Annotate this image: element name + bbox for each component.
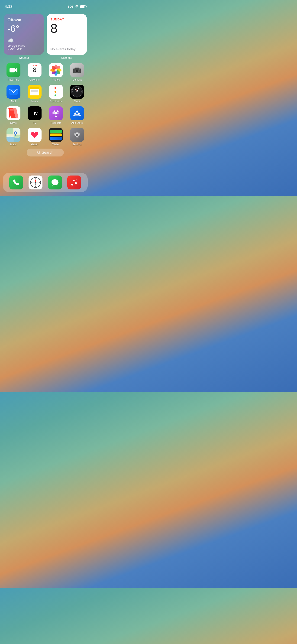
svg-point-16: [79, 70, 80, 70]
app-grid-row2: Mail Notes: [0, 83, 90, 104]
dock-app-safari[interactable]: N S E W: [28, 176, 42, 190]
svg-point-0: [77, 8, 77, 8]
app-news[interactable]: News: [4, 106, 23, 124]
svg-text:3: 3: [81, 91, 82, 93]
svg-text:S: S: [35, 186, 36, 187]
weather-condition: Mostly Cloudy: [7, 44, 40, 48]
svg-rect-18: [9, 89, 18, 95]
app-tv[interactable]:  tv TV: [25, 106, 44, 124]
app-camera-label: Camera: [73, 78, 82, 81]
weather-city: Ottawa: [7, 18, 40, 22]
app-maps[interactable]: Maps: [4, 128, 23, 146]
app-appstore[interactable]: App Store: [67, 106, 87, 124]
app-facetime[interactable]: FaceTime: [4, 63, 23, 81]
weather-widget[interactable]: Ottawa -6° ☁️ Mostly Cloudy H:-5° L:-13°…: [4, 14, 44, 60]
app-camera[interactable]: Camera: [67, 63, 87, 81]
app-grid-row1: FaceTime SUN 8 Calendar Pho: [0, 61, 90, 83]
app-news-label: News: [10, 122, 17, 124]
battery-icon: [80, 5, 86, 8]
svg-text:11: 11: [73, 87, 74, 88]
svg-rect-1: [9, 68, 15, 72]
svg-text:9: 9: [72, 91, 73, 93]
search-icon: [37, 151, 40, 154]
app-grid-row4: Maps Health Wallet Settings: [0, 126, 90, 148]
dock-app-messages[interactable]: [48, 176, 62, 190]
app-maps-label: Maps: [10, 143, 16, 146]
dock: N S E W: [3, 173, 88, 192]
app-notes[interactable]: Notes: [25, 85, 44, 102]
calendar-day-label: SUNDAY: [50, 18, 83, 21]
weather-hl: H:-5° L:-13°: [7, 48, 40, 51]
widgets-row: Ottawa -6° ☁️ Mostly Cloudy H:-5° L:-13°…: [0, 10, 90, 61]
status-right: SOS: [68, 5, 86, 8]
calendar-app-date: 8: [33, 67, 36, 73]
dock-app-phone[interactable]: [9, 176, 23, 190]
app-photos-label: Photos: [52, 78, 60, 81]
app-health-label: Health: [31, 143, 38, 146]
calendar-date: 8: [50, 21, 83, 36]
app-appstore-label: App Store: [71, 122, 83, 124]
svg-rect-49: [6, 128, 13, 134]
svg-point-54: [76, 134, 78, 136]
app-calendar[interactable]: SUN 8 Calendar: [25, 63, 44, 81]
app-settings-label: Settings: [72, 143, 82, 146]
app-grid-row3: News  tv TV Podcasts: [0, 104, 90, 126]
app-wallet-label: Wallet: [52, 143, 59, 146]
app-mail-label: Mail: [11, 100, 16, 102]
weather-temp: -6°: [7, 24, 40, 34]
svg-marker-2: [15, 68, 17, 72]
app-clock[interactable]: 12 3 6 9 1 2 4 5 7 8 10 11 Clock: [67, 85, 87, 102]
app-photos[interactable]: Photos: [46, 63, 66, 81]
svg-text:12: 12: [76, 86, 78, 88]
app-reminders[interactable]: Reminders: [46, 85, 66, 102]
search-bar[interactable]: Search: [27, 148, 64, 156]
wifi-icon: [75, 5, 79, 8]
svg-point-12: [54, 69, 57, 72]
app-podcasts[interactable]: Podcasts: [46, 106, 66, 124]
app-mail[interactable]: Mail: [4, 85, 23, 102]
svg-point-67: [35, 182, 36, 183]
calendar-widget-label: Calendar: [47, 56, 87, 60]
app-health[interactable]: Health: [25, 128, 44, 146]
app-facetime-label: FaceTime: [8, 78, 19, 81]
calendar-widget[interactable]: SUNDAY 8 No events today Calendar: [47, 14, 87, 60]
app-reminders-label: Reminders: [50, 100, 62, 102]
svg-point-17: [77, 70, 77, 70]
svg-text:E: E: [39, 182, 40, 184]
app-tv-label: TV: [33, 122, 36, 124]
app-podcasts-label: Podcasts: [51, 122, 61, 124]
svg-point-43: [77, 91, 77, 92]
svg-text:10: 10: [71, 89, 73, 90]
app-settings[interactable]: Settings: [67, 128, 87, 146]
weather-widget-label: Weather: [4, 56, 44, 60]
status-bar: 4:18 SOS: [0, 0, 90, 10]
sos-indicator: SOS: [68, 5, 73, 8]
app-notes-label: Notes: [31, 100, 38, 102]
app-clock-label: Clock: [74, 100, 80, 102]
svg-point-52: [15, 132, 16, 134]
svg-text:W: W: [31, 182, 32, 184]
search-label: Search: [42, 150, 54, 154]
app-wallet[interactable]: Wallet: [46, 128, 66, 146]
app-calendar-label: Calendar: [29, 78, 40, 81]
search-bar-container: Search: [0, 148, 90, 158]
status-time: 4:18: [5, 4, 12, 9]
dock-app-music[interactable]: [67, 176, 81, 190]
cloud-icon: ☁️: [7, 38, 40, 44]
reminders-icon: [53, 85, 59, 98]
svg-text:6: 6: [77, 96, 77, 98]
svg-text:N: N: [35, 178, 36, 179]
calendar-no-events: No events today: [50, 45, 83, 51]
